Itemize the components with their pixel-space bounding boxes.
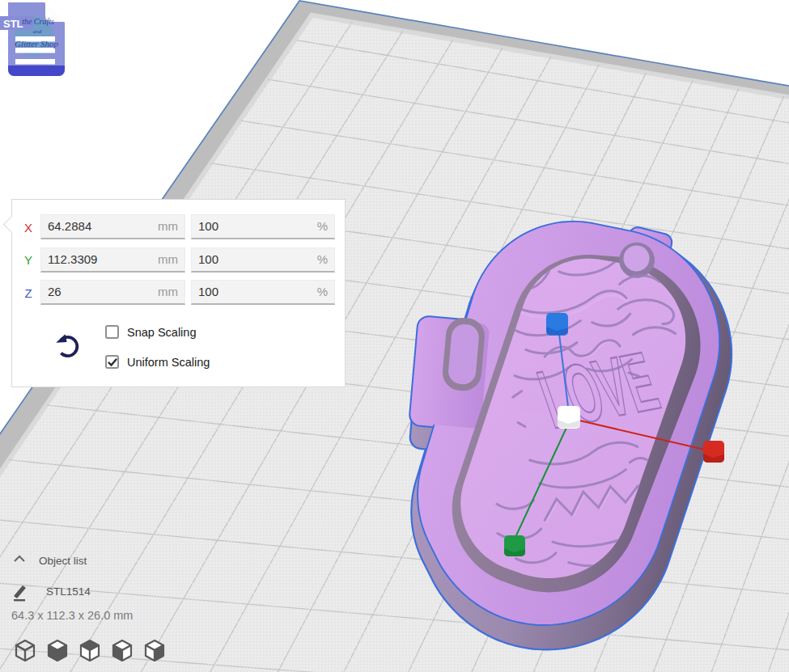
- svg-text:and: and: [33, 28, 42, 35]
- svg-text:the Crafts: the Crafts: [22, 17, 54, 26]
- svg-text:Glitter Shop: Glitter Shop: [15, 39, 59, 49]
- svg-text:STL: STL: [3, 18, 23, 30]
